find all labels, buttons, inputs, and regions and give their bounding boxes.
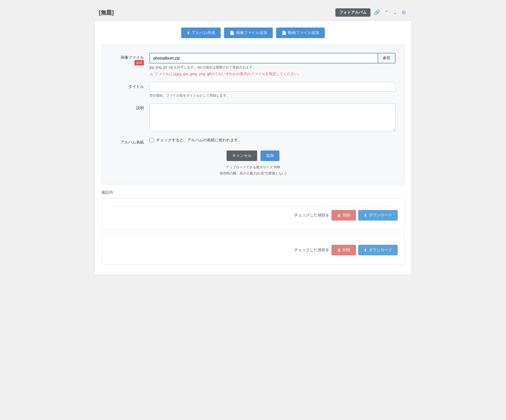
delete-label-2: 削除 [343,248,350,253]
section-title: 施設内 [101,190,405,195]
image-file-row: 画像ファイル 必須 参照 jpg, png, gif, zip を許可します。z… [110,53,396,76]
file-error-text: ⚠ ファイルにはjpg, jpe, jpeg, png, gifのうちいずれかの… [149,71,396,76]
image-file-label: 画像ファイル 必須 [110,53,149,65]
checked-label-2: チェックした項目を [294,248,329,253]
description-control [149,103,396,132]
header-controls: フォトアルバム 🔗 ⌃ ⌄ ⚙ [335,8,407,17]
save-resolution: 保存時の幅、高さの最大px 原寸(変換しない) [110,171,396,177]
upload-icon: ⬆ [187,31,190,35]
gear-icon-button[interactable]: ⚙ [401,9,407,16]
trash-icon-2: 🗑 [337,248,341,252]
cover-checkbox-row: チェックすると、アルバムの表紙に使われます。 [149,138,396,143]
create-album-label: アルバム作成 [192,30,215,35]
header-bar: [無題] フォトアルバム 🔗 ⌃ ⌄ ⚙ [94,6,412,19]
description-label: 説明 [110,103,149,111]
add-image-label: 画像ファイル追加 [236,30,267,35]
add-image-button[interactable]: 📄 画像ファイル追加 [224,28,273,38]
add-button[interactable]: 追加 [261,150,279,161]
cancel-button[interactable]: キャンセル [227,150,257,161]
create-album-button[interactable]: ⬆ アルバム作成 [181,28,221,38]
title-row: タイトル 空の場合、ファイル名をタイトルとして登録します。 [110,82,396,98]
cover-control: チェックすると、アルバムの表紙に使われます。 [149,138,396,143]
cover-checkbox[interactable] [149,138,154,142]
image-file-control: 参照 jpg, png, gif, zip を許可します。zip の場合は展開さ… [149,53,396,76]
delete-button-2[interactable]: 🗑 削除 [331,245,356,255]
file-hint-text: jpg, png, gif, zip を許可します。zip の場合は展開されて登… [149,65,396,70]
form-buttons: キャンセル 追加 [110,150,396,161]
items-section-1: チェックした項目を 🗑 削除 ⬇ ダウンロード [101,198,405,230]
link-icon-button[interactable]: 🔗 [373,9,381,16]
trash-icon-1: 🗑 [337,213,341,218]
download-label-2: ダウンロード [369,248,392,253]
file-input-row: 参照 [149,53,396,63]
album-badge: フォトアルバム [335,8,370,17]
download-icon-2: ⬇ [364,248,367,252]
cover-row: アルバム表紙 チェックすると、アルバムの表紙に使われます。 [110,138,396,145]
download-button-1[interactable]: ⬇ ダウンロード [358,210,398,221]
download-icon-1: ⬇ [364,213,367,218]
chevron-up-icon-button[interactable]: ⌃ [383,9,390,16]
download-button-2[interactable]: ⬇ ダウンロード [358,245,398,255]
title-hint-text: 空の場合、ファイル名をタイトルとして登録します。 [149,93,396,98]
error-message: ファイルにはjpg, jpe, jpeg, png, gifのうちいずれかの形式… [155,71,301,76]
add-video-label: 動画ファイル追加 [288,30,319,35]
required-badge: 必須 [134,60,144,65]
title-control: 空の場合、ファイル名をタイトルとして登録します。 [149,82,396,98]
cover-label: アルバム表紙 [110,138,149,145]
delete-label-1: 削除 [343,213,350,218]
form-section: 画像ファイル 必須 参照 jpg, png, gif, zip を許可します。z… [101,45,405,184]
upload-max-size: アップロードできる最大サイズ 50M [110,164,396,171]
browse-button[interactable]: 参照 [378,53,396,63]
upload-info: アップロードできる最大サイズ 50M 保存時の幅、高さの最大px 原寸(変換しな… [110,164,396,176]
items-toolbar-2: チェックした項目を 🗑 削除 ⬇ ダウンロード [108,241,398,259]
description-row: 説明 [110,103,396,132]
delete-button-1[interactable]: 🗑 削除 [331,210,356,221]
title-input[interactable] [149,82,396,92]
image-file-icon: 📄 [230,31,234,35]
description-textarea[interactable] [149,103,396,131]
file-path-input[interactable] [149,53,378,63]
cover-hint: チェックすると、アルバムの表紙に使われます。 [156,138,242,143]
checked-label-1: チェックした項目を [294,213,329,218]
video-file-icon: 📄 [282,31,286,35]
warning-icon: ⚠ [149,72,153,76]
items-toolbar-1: チェックした項目を 🗑 削除 ⬇ ダウンロード [108,206,398,224]
download-label-1: ダウンロード [369,213,392,218]
items-section-2: チェックした項目を 🗑 削除 ⬇ ダウンロード [101,233,405,265]
page-title: [無題] [99,9,114,16]
chevron-down-icon-button[interactable]: ⌄ [392,9,398,16]
main-card: ⬆ アルバム作成 📄 画像ファイル追加 📄 動画ファイル追加 画像ファイル 必須 [94,21,412,275]
add-video-button[interactable]: 📄 動画ファイル追加 [276,28,325,38]
action-buttons: ⬆ アルバム作成 📄 画像ファイル追加 📄 動画ファイル追加 [101,28,405,38]
title-label: タイトル [110,82,149,89]
